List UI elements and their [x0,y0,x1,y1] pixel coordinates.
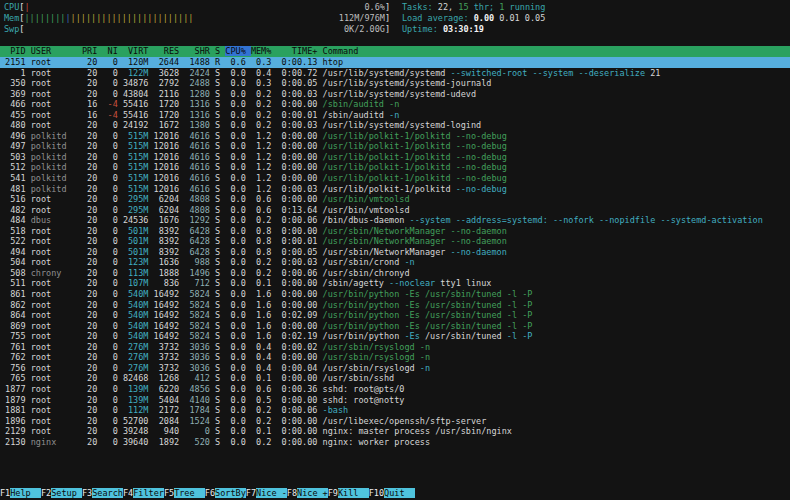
meter-value-text: 112M/976M [339,13,385,24]
process-row[interactable]: 512 polkitd 20 0 515M 12016 4616 S 0.0 1… [0,162,790,173]
tasks-count: 22, [438,2,458,12]
fkey-key: F1 [0,488,10,498]
column-header-res[interactable]: RES [154,46,180,56]
fkey-quit-button[interactable]: F10Quit [369,488,415,498]
load-15min: 0.05 [525,13,545,23]
process-row[interactable]: 522 root 20 0 501M 8392 6428 S 0.0 0.8 0… [0,236,790,247]
column-header-virt[interactable]: VIRT [123,46,149,56]
fkey-label: Quit [384,488,415,498]
fkey-nice-button[interactable]: F8Nice + [287,488,328,498]
process-row[interactable]: 1 root 20 0 122M 3628 2424 S 0.0 0.4 0:0… [0,68,790,79]
red-meter-bars: | [24,2,29,12]
fkey-label: Filter [133,488,164,498]
tasks-summary: Tasks: 22, 15 thr; 1 running [402,2,545,13]
system-info-panel: Tasks: 22, 15 thr; 1 running Load averag… [402,2,545,35]
process-row[interactable]: 455 root 16 -4 55416 1720 1316 S 0.0 0.2… [0,110,790,121]
process-row[interactable]: 761 root 20 0 276M 3732 3036 S 0.0 0.4 0… [0,342,790,353]
htop-terminal: CPU[|0.6%] Mem[|||||||||||||||||||||||||… [0,0,790,500]
fkey-label: SortBy [215,488,246,498]
column-header-mem[interactable]: MEM% [251,46,271,56]
process-row[interactable]: 482 root 20 0 295M 6204 4808 S 0.0 0.6 0… [0,205,790,216]
column-header-cpu[interactable]: CPU% [225,46,251,56]
fkey-sortby-button[interactable]: F6SortBy [205,488,246,498]
column-header-time[interactable]: TIME+ [276,46,317,56]
swap-meter-bracket-close: ] [385,24,390,35]
process-row[interactable]: 516 root 20 0 295M 6204 4808 S 0.0 0.6 0… [0,194,790,205]
process-row[interactable]: 518 root 20 0 501M 8392 6428 S 0.0 0.8 0… [0,226,790,237]
process-row[interactable]: 494 root 20 0 501M 8392 6428 S 0.0 0.8 0… [0,247,790,258]
process-row[interactable]: 765 root 20 0 82468 1268 412 S 0.0 0.1 0… [0,373,790,384]
fkey-nice-button[interactable]: F7Nice - [246,488,287,498]
process-row[interactable]: 350 root 20 0 34876 2792 2488 S 0.0 0.3 … [0,78,790,89]
fkey-help-button[interactable]: F1Help [0,488,41,498]
fkey-key: F8 [287,488,297,498]
fkey-kill-button[interactable]: F9Kill [328,488,369,498]
process-row[interactable]: 756 root 20 0 276M 3732 3036 S 0.0 0.4 0… [0,363,790,374]
process-row[interactable]: 541 polkitd 20 0 515M 12016 4616 S 0.0 1… [0,173,790,184]
column-header-ni[interactable]: NI [102,46,117,56]
tasks-label: Tasks: [402,2,438,12]
running-label: running [504,2,545,12]
process-row[interactable]: 862 root 20 0 540M 16492 5824 S 0.0 1.6 … [0,300,790,311]
process-row[interactable]: 508 chrony 20 0 113M 1888 1496 S 0.0 0.2… [0,268,790,279]
cpu-meter-bar: |0.6% [24,2,384,13]
process-row[interactable]: 861 root 20 0 540M 16492 5824 S 0.0 1.6 … [0,289,790,300]
uptime-value: 03:30:19 [443,24,484,34]
fkey-label: Tree [174,488,205,498]
fkey-label: Nice - [256,488,287,498]
fkey-key: F2 [41,488,51,498]
process-row[interactable]: 2129 root 20 0 39248 940 0 S 0.0 0.1 0:0… [0,426,790,437]
green-meter-bars: |||||||| [24,13,65,23]
fkey-filter-button[interactable]: F4Filter [123,488,164,498]
process-row[interactable]: 496 polkitd 20 0 515M 12016 4616 S 0.0 1… [0,131,790,142]
threads-label: thr; [469,2,500,12]
process-row[interactable]: 497 polkitd 20 0 515M 12016 4616 S 0.0 1… [0,141,790,152]
column-header-pri[interactable]: PRI [82,46,97,56]
fkey-setup-button[interactable]: F2Setup [41,488,82,498]
process-row[interactable]: 480 root 20 0 24192 1672 1380 S 0.0 0.2 … [0,120,790,131]
fkey-label: Search [92,488,123,498]
column-header-shr[interactable]: SHR [184,46,210,56]
process-row[interactable]: 2130 nginx 20 0 39640 1892 520 S 0.0 0.2… [0,437,790,448]
uptime: Uptime: 03:30:19 [402,24,545,35]
process-row[interactable]: 466 root 16 -4 55416 1720 1316 S 0.0 0.2… [0,99,790,110]
fkey-search-button[interactable]: F3Search [82,488,123,498]
load-average: Load average: 0.00 0.01 0.05 [402,13,545,24]
column-header-command[interactable]: Command [323,46,359,56]
process-row[interactable]: 762 root 20 0 276M 3732 3036 S 0.0 0.4 0… [0,352,790,363]
process-row[interactable]: 1896 root 20 0 52700 2084 1524 S 0.0 0.2… [0,416,790,427]
load-1min: 0.00 [474,13,500,23]
process-row[interactable]: 864 root 20 0 540M 16492 5824 S 0.0 1.6 … [0,310,790,321]
process-row[interactable]: 1877 root 20 0 139M 6220 4856 S 0.0 0.6 … [0,384,790,395]
cpu-meter-bracket-close: ] [385,2,390,13]
mem-meter-bar: |||||||||||||||||||||||||||||||||112M/97… [24,13,384,24]
process-row[interactable]: 503 polkitd 20 0 515M 12016 4616 S 0.0 1… [0,152,790,163]
fkey-tree-button[interactable]: F5Tree [164,488,205,498]
process-row[interactable]: 1881 root 20 0 112M 2172 1784 S 0.0 0.2 … [0,405,790,416]
yellow-meter-bars: |||||||||||||||||||||||| [71,13,194,23]
process-row[interactable]: 869 root 20 0 540M 16492 5824 S 0.0 1.6 … [0,321,790,332]
process-row[interactable]: 1879 root 20 0 139M 5404 4140 S 0.0 0.5 … [0,395,790,406]
process-row[interactable]: 481 polkitd 20 0 515M 12016 4616 S 0.0 1… [0,184,790,195]
fkey-key: F7 [246,488,256,498]
mem-meter-bracket-close: ] [385,13,390,24]
meter-value-text: 0K/2.00G [344,24,385,35]
process-row[interactable]: 755 root 20 0 540M 16492 5824 S 0.0 1.6 … [0,331,790,342]
column-header-pid[interactable]: PID [0,46,26,56]
process-row[interactable]: 511 root 20 0 107M 836 712 S 0.0 0.1 0:0… [0,278,790,289]
mem-meter: Mem[|||||||||||||||||||||||||||||||||112… [4,13,390,24]
column-header-s[interactable]: S [215,46,220,56]
fkey-key: F9 [328,488,338,498]
process-row[interactable]: 2151 root 20 0 120M 2644 1488 R 0.6 0.3 … [0,57,790,68]
process-row[interactable]: 484 dbus 20 0 24536 1676 1292 S 0.0 0.2 … [0,215,790,226]
meters-panel: CPU[|0.6%] Mem[|||||||||||||||||||||||||… [4,2,390,35]
table-header-row: PID USER PRI NI VIRT RES SHR S CPU% MEM%… [0,46,790,57]
column-header-user[interactable]: USER [31,46,77,56]
process-row[interactable]: 369 root 20 0 43804 2116 1280 S 0.0 0.2 … [0,89,790,100]
fkey-key: F3 [82,488,92,498]
fkey-label: Help [10,488,41,498]
swap-meter: Swp[0K/2.00G] [4,24,390,35]
uptime-label: Uptime: [402,24,443,34]
function-key-bar: F1Help F2Setup F3SearchF4FilterF5Tree F6… [0,487,790,499]
process-row[interactable]: 504 root 20 0 123M 1636 988 S 0.0 0.2 0:… [0,257,790,268]
